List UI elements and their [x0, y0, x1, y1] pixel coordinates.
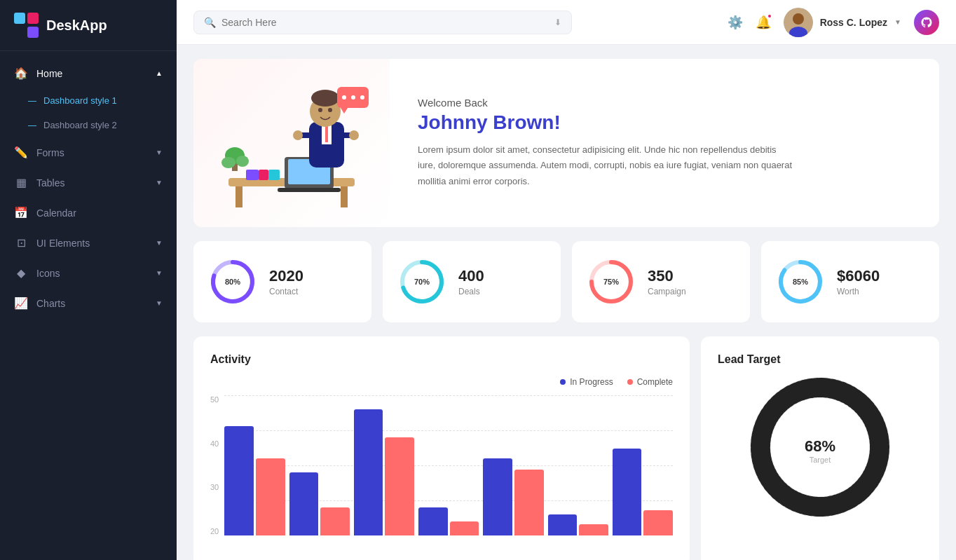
sidebar-label-dashboard1: Dashboard style 1 — [43, 95, 117, 106]
notification-badge — [767, 13, 772, 19]
sidebar-item-calendar[interactable]: 📅 Calendar — [0, 198, 177, 228]
stat-info-worth: $6060 Worth — [837, 267, 880, 296]
calendar-icon: 📅 — [14, 206, 28, 219]
sidebar-item-forms[interactable]: ✏️ Forms ▼ — [0, 137, 177, 168]
sidebar-label-ui-elements: UI Elements — [36, 238, 147, 249]
bar-group — [548, 514, 608, 535]
chevron-down-icon: ▼ — [156, 299, 163, 307]
y-label-50: 50 — [210, 395, 219, 404]
sidebar-label-tables: Tables — [36, 177, 147, 189]
svg-text:68%: 68% — [805, 437, 835, 455]
svg-rect-7 — [259, 170, 268, 180]
bar-in-progress — [224, 426, 254, 535]
search-input[interactable] — [221, 17, 549, 28]
svg-rect-6 — [246, 170, 259, 180]
user-name: Ross C. Lopez — [820, 17, 887, 28]
search-icon: 🔍 — [204, 17, 216, 28]
sidebar-item-dashboard2[interactable]: Dashboard style 2 — [0, 113, 177, 137]
content-area: Welcome Back Johnny Brown! Lorem ipsum d… — [177, 45, 956, 560]
stat-value-worth: $6060 — [837, 267, 880, 285]
user-chevron-icon: ▼ — [894, 18, 901, 26]
search-download-icon: ⬇ — [554, 18, 561, 27]
complete-dot — [627, 379, 633, 385]
stat-value-contact: 2020 — [269, 267, 303, 285]
icons-icon: ◆ — [14, 266, 28, 280]
bar-in-progress — [354, 409, 383, 535]
github-icon[interactable] — [914, 10, 939, 35]
bar-in-progress — [289, 472, 319, 535]
notification-icon[interactable]: 🔔 — [756, 15, 771, 30]
svg-rect-18 — [325, 125, 328, 142]
sidebar-item-dashboard1[interactable]: Dashboard style 1 — [0, 88, 177, 113]
stat-card-contact: 80% 2020 Contact — [193, 241, 371, 322]
svg-marker-31 — [341, 108, 348, 114]
svg-point-29 — [351, 95, 355, 100]
bar-complete — [256, 458, 285, 535]
sidebar-item-charts[interactable]: 📈 Charts ▼ — [0, 288, 177, 318]
user-area[interactable]: Ross C. Lopez ▼ — [784, 8, 901, 37]
stat-pct-campaign: 75% — [603, 278, 619, 286]
sidebar-label-calendar: Calendar — [36, 207, 163, 219]
stat-card-worth: 85% $6060 Worth — [761, 241, 939, 322]
welcome-sub: Welcome Back — [418, 97, 796, 109]
legend-in-progress: In Progress — [560, 377, 613, 387]
chart-area — [224, 395, 673, 535]
bar-complete — [643, 510, 673, 535]
bar-in-progress — [418, 507, 448, 535]
stat-info-deals: 400 Deals — [458, 267, 484, 296]
stat-label-worth: Worth — [837, 287, 880, 296]
svg-point-20 — [311, 90, 339, 107]
legend-complete: Complete — [627, 377, 673, 387]
svg-point-22 — [328, 108, 332, 112]
sidebar-item-tables[interactable]: ▦ Tables ▼ — [0, 168, 177, 198]
stat-pct-worth: 85% — [793, 278, 808, 286]
welcome-desc: Lorem ipsum dolor sit amet, consectetur … — [418, 142, 796, 189]
svg-rect-5 — [341, 186, 348, 207]
in-progress-label: In Progress — [570, 377, 613, 387]
forms-icon: ✏️ — [14, 146, 28, 159]
svg-point-28 — [342, 95, 346, 100]
sidebar-item-ui-elements[interactable]: ⊡ UI Elements ▼ — [0, 228, 177, 258]
welcome-card: Welcome Back Johnny Brown! Lorem ipsum d… — [193, 59, 939, 227]
sidebar-item-icons[interactable]: ◆ Icons ▼ — [0, 258, 177, 288]
svg-rect-11 — [278, 188, 341, 192]
svg-point-25 — [293, 130, 303, 140]
stat-info-campaign: 350 Campaign — [648, 267, 686, 296]
stat-card-campaign: 75% 350 Campaign — [572, 241, 750, 322]
chevron-down-icon: ▼ — [156, 239, 163, 247]
bar-complete — [514, 470, 544, 535]
sidebar-item-home[interactable]: 🏠 Home ▲ — [0, 58, 177, 88]
y-label-40: 40 — [210, 439, 219, 448]
activity-card: Activity In Progress Complete 50 40 — [193, 336, 690, 560]
stat-pct-deals: 70% — [414, 278, 430, 286]
svg-point-21 — [318, 108, 322, 112]
chevron-down-icon: ▼ — [156, 149, 163, 156]
bar-complete — [450, 521, 479, 535]
logo-icon — [14, 13, 39, 38]
stat-label-contact: Contact — [269, 287, 303, 296]
ui-elements-icon: ⊡ — [14, 236, 28, 250]
bar-group — [354, 409, 414, 535]
app-logo[interactable]: DeskApp — [0, 0, 177, 51]
bar-group — [613, 449, 673, 535]
main-area: 🔍 ⬇ ⚙️ 🔔 Ross C. Lopez ▼ — [177, 0, 956, 560]
charts-icon: 📈 — [14, 296, 28, 310]
svg-point-30 — [360, 95, 364, 100]
bars-container — [224, 395, 673, 535]
y-label-20: 20 — [210, 527, 219, 535]
bar-complete — [385, 437, 414, 535]
lead-donut: 68% Target — [718, 377, 922, 517]
stat-donut-worth: 85% — [775, 257, 826, 307]
bar-group — [289, 472, 350, 535]
sidebar-label-forms: Forms — [36, 147, 147, 158]
welcome-illustration — [193, 59, 390, 227]
stat-pct-contact: 80% — [225, 278, 240, 286]
tables-icon: ▦ — [14, 176, 28, 189]
settings-icon[interactable]: ⚙️ — [728, 15, 743, 30]
in-progress-dot — [560, 379, 566, 385]
svg-rect-8 — [268, 170, 280, 180]
stat-label-deals: Deals — [458, 287, 484, 296]
search-box[interactable]: 🔍 ⬇ — [193, 11, 572, 34]
activity-title: Activity — [210, 353, 673, 366]
home-icon: 🏠 — [14, 67, 28, 80]
